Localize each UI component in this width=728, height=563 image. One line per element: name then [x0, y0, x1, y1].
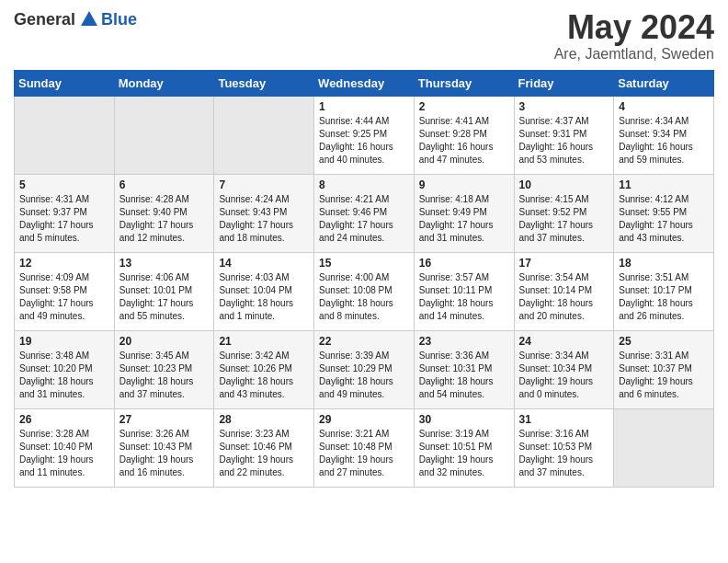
calendar-cell: 3Sunrise: 4:37 AM Sunset: 9:31 PM Daylig… [514, 96, 614, 174]
day-number: 6 [119, 178, 210, 191]
header-wednesday: Wednesday [314, 70, 415, 96]
day-info: Sunrise: 3:21 AM Sunset: 10:48 PM Daylig… [319, 428, 409, 479]
day-info: Sunrise: 3:28 AM Sunset: 10:40 PM Daylig… [19, 428, 109, 479]
day-info: Sunrise: 4:21 AM Sunset: 9:46 PM Dayligh… [319, 193, 409, 245]
day-number: 3 [519, 100, 609, 113]
header-thursday: Thursday [414, 70, 514, 96]
day-number: 2 [419, 100, 509, 113]
calendar-cell [214, 96, 314, 174]
day-number: 9 [419, 178, 509, 191]
calendar-cell [114, 96, 214, 174]
day-info: Sunrise: 4:03 AM Sunset: 10:04 PM Daylig… [219, 271, 309, 323]
calendar-cell [15, 96, 115, 174]
calendar-cell: 6Sunrise: 4:28 AM Sunset: 9:40 PM Daylig… [114, 174, 214, 252]
calendar-cell: 4Sunrise: 4:34 AM Sunset: 9:34 PM Daylig… [614, 96, 714, 174]
day-info: Sunrise: 3:23 AM Sunset: 10:46 PM Daylig… [219, 428, 309, 479]
day-info: Sunrise: 3:48 AM Sunset: 10:20 PM Daylig… [19, 350, 109, 401]
location-title: Are, Jaemtland, Sweden [554, 46, 714, 63]
page-header: General Blue May 2024 Are, Jaemtland, Sw… [14, 9, 714, 63]
day-info: Sunrise: 3:16 AM Sunset: 10:53 PM Daylig… [519, 428, 609, 479]
calendar-cell: 22Sunrise: 3:39 AM Sunset: 10:29 PM Dayl… [314, 330, 415, 408]
header-saturday: Saturday [614, 70, 714, 96]
header-tuesday: Tuesday [214, 70, 314, 96]
title-block: May 2024 Are, Jaemtland, Sweden [554, 9, 714, 63]
calendar-cell: 31Sunrise: 3:16 AM Sunset: 10:53 PM Dayl… [514, 408, 614, 487]
day-info: Sunrise: 4:15 AM Sunset: 9:52 PM Dayligh… [519, 193, 609, 245]
day-info: Sunrise: 4:24 AM Sunset: 9:43 PM Dayligh… [219, 193, 309, 245]
day-info: Sunrise: 4:09 AM Sunset: 9:58 PM Dayligh… [19, 271, 109, 323]
calendar-header-row: SundayMondayTuesdayWednesdayThursdayFrid… [15, 70, 714, 96]
day-number: 14 [219, 257, 309, 270]
calendar-cell: 9Sunrise: 4:18 AM Sunset: 9:49 PM Daylig… [414, 174, 514, 252]
day-number: 11 [619, 178, 709, 191]
calendar-cell: 19Sunrise: 3:48 AM Sunset: 10:20 PM Dayl… [15, 330, 115, 408]
logo-general: General [14, 10, 75, 29]
calendar-cell: 23Sunrise: 3:36 AM Sunset: 10:31 PM Dayl… [414, 330, 514, 408]
day-number: 27 [119, 413, 210, 426]
day-number: 19 [19, 335, 109, 348]
day-number: 18 [619, 257, 709, 270]
calendar-cell: 30Sunrise: 3:19 AM Sunset: 10:51 PM Dayl… [414, 408, 514, 487]
day-number: 28 [219, 413, 309, 426]
logo: General Blue [14, 9, 137, 29]
day-number: 26 [19, 413, 109, 426]
calendar-cell: 28Sunrise: 3:23 AM Sunset: 10:46 PM Dayl… [214, 408, 314, 487]
calendar-cell: 2Sunrise: 4:41 AM Sunset: 9:28 PM Daylig… [414, 96, 514, 174]
day-info: Sunrise: 3:31 AM Sunset: 10:37 PM Daylig… [619, 350, 709, 401]
calendar-cell: 11Sunrise: 4:12 AM Sunset: 9:55 PM Dayli… [614, 174, 714, 252]
calendar-week-row: 5Sunrise: 4:31 AM Sunset: 9:37 PM Daylig… [15, 174, 714, 252]
calendar-week-row: 19Sunrise: 3:48 AM Sunset: 10:20 PM Dayl… [15, 330, 714, 408]
calendar-cell: 15Sunrise: 4:00 AM Sunset: 10:08 PM Dayl… [314, 252, 415, 330]
day-number: 8 [319, 178, 409, 191]
day-info: Sunrise: 3:51 AM Sunset: 10:17 PM Daylig… [619, 271, 709, 323]
day-number: 16 [419, 257, 509, 270]
day-info: Sunrise: 4:37 AM Sunset: 9:31 PM Dayligh… [519, 115, 609, 167]
day-info: Sunrise: 3:42 AM Sunset: 10:26 PM Daylig… [219, 350, 309, 401]
month-title: May 2024 [554, 9, 714, 46]
calendar-cell: 24Sunrise: 3:34 AM Sunset: 10:34 PM Dayl… [514, 330, 614, 408]
day-number: 5 [19, 178, 109, 191]
day-info: Sunrise: 4:00 AM Sunset: 10:08 PM Daylig… [319, 271, 409, 323]
day-number: 13 [119, 257, 210, 270]
day-info: Sunrise: 4:41 AM Sunset: 9:28 PM Dayligh… [419, 115, 509, 167]
day-info: Sunrise: 4:34 AM Sunset: 9:34 PM Dayligh… [619, 115, 709, 167]
day-info: Sunrise: 4:31 AM Sunset: 9:37 PM Dayligh… [19, 193, 109, 245]
day-info: Sunrise: 3:45 AM Sunset: 10:23 PM Daylig… [119, 350, 210, 401]
day-info: Sunrise: 3:36 AM Sunset: 10:31 PM Daylig… [419, 350, 509, 401]
day-number: 23 [419, 335, 509, 348]
day-info: Sunrise: 3:39 AM Sunset: 10:29 PM Daylig… [319, 350, 409, 401]
day-number: 12 [19, 257, 109, 270]
calendar-cell: 7Sunrise: 4:24 AM Sunset: 9:43 PM Daylig… [214, 174, 314, 252]
calendar-cell: 12Sunrise: 4:09 AM Sunset: 9:58 PM Dayli… [15, 252, 115, 330]
day-info: Sunrise: 3:19 AM Sunset: 10:51 PM Daylig… [419, 428, 509, 479]
calendar-week-row: 1Sunrise: 4:44 AM Sunset: 9:25 PM Daylig… [15, 96, 714, 174]
calendar-cell: 14Sunrise: 4:03 AM Sunset: 10:04 PM Dayl… [214, 252, 314, 330]
day-info: Sunrise: 4:18 AM Sunset: 9:49 PM Dayligh… [419, 193, 509, 245]
day-info: Sunrise: 3:26 AM Sunset: 10:43 PM Daylig… [119, 428, 210, 479]
day-info: Sunrise: 4:44 AM Sunset: 9:25 PM Dayligh… [319, 115, 409, 167]
day-number: 1 [319, 100, 409, 113]
calendar-table: SundayMondayTuesdayWednesdayThursdayFrid… [14, 70, 714, 488]
calendar-cell: 26Sunrise: 3:28 AM Sunset: 10:40 PM Dayl… [15, 408, 115, 487]
calendar-cell: 27Sunrise: 3:26 AM Sunset: 10:43 PM Dayl… [114, 408, 214, 487]
day-info: Sunrise: 4:28 AM Sunset: 9:40 PM Dayligh… [119, 193, 210, 245]
calendar-cell: 1Sunrise: 4:44 AM Sunset: 9:25 PM Daylig… [314, 96, 415, 174]
header-sunday: Sunday [15, 70, 115, 96]
day-number: 10 [519, 178, 609, 191]
calendar-cell: 17Sunrise: 3:54 AM Sunset: 10:14 PM Dayl… [514, 252, 614, 330]
calendar-cell: 25Sunrise: 3:31 AM Sunset: 10:37 PM Dayl… [614, 330, 714, 408]
calendar-cell: 5Sunrise: 4:31 AM Sunset: 9:37 PM Daylig… [15, 174, 115, 252]
day-number: 7 [219, 178, 309, 191]
logo-icon [79, 9, 99, 29]
calendar-week-row: 26Sunrise: 3:28 AM Sunset: 10:40 PM Dayl… [15, 408, 714, 487]
calendar-cell: 10Sunrise: 4:15 AM Sunset: 9:52 PM Dayli… [514, 174, 614, 252]
day-number: 17 [519, 257, 609, 270]
calendar-cell: 21Sunrise: 3:42 AM Sunset: 10:26 PM Dayl… [214, 330, 314, 408]
calendar-cell: 18Sunrise: 3:51 AM Sunset: 10:17 PM Dayl… [614, 252, 714, 330]
day-number: 4 [619, 100, 709, 113]
day-info: Sunrise: 3:57 AM Sunset: 10:11 PM Daylig… [419, 271, 509, 323]
day-number: 20 [119, 335, 210, 348]
calendar-cell: 16Sunrise: 3:57 AM Sunset: 10:11 PM Dayl… [414, 252, 514, 330]
svg-marker-0 [81, 11, 97, 26]
day-number: 24 [519, 335, 609, 348]
